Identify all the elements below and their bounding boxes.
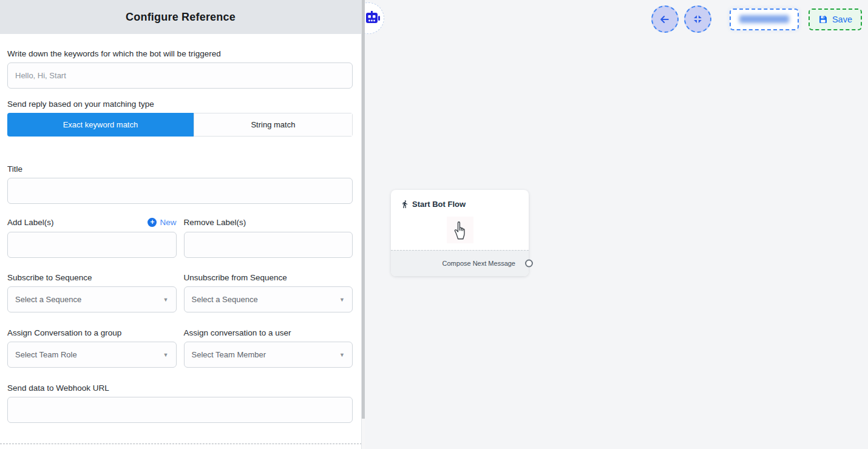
remove-labels-label: Remove Label(s) (184, 218, 246, 227)
spacer (7, 89, 353, 100)
node-body: Start Bot Flow (391, 190, 529, 250)
left-arrow-icon (659, 13, 671, 25)
assign-group-select[interactable]: Select Team Role ▼ (7, 342, 177, 368)
spacer (7, 368, 353, 383)
chevron-down-icon: ▼ (163, 352, 169, 358)
hand-cursor-icon (447, 217, 473, 243)
panel-body: Write down the keywords for which the bo… (0, 34, 361, 423)
configure-reference-panel: Configure Reference Write down the keywo… (0, 0, 361, 449)
matching-type-label: Send reply based on your matching type (7, 100, 353, 109)
compose-next-message-label[interactable]: Compose Next Message (442, 260, 515, 267)
redacted-button[interactable] (730, 8, 799, 30)
spacer (7, 258, 353, 273)
tab-exact-keyword-match[interactable]: Exact keyword match (7, 113, 194, 137)
new-label-button[interactable]: + New (147, 218, 176, 227)
title-input[interactable] (7, 178, 353, 204)
unsubscribe-sequence-value: Select a Sequence (192, 295, 258, 304)
flow-canvas[interactable]: Save Start Bot Flow Comp (365, 0, 868, 449)
remove-labels-input[interactable] (184, 232, 353, 258)
blurred-text (739, 15, 789, 23)
assign-user-label: Assign conversation to a user (184, 328, 353, 337)
chevron-down-icon: ▼ (339, 297, 345, 303)
page-title: Configure Reference (126, 11, 236, 24)
panel-header: Configure Reference (0, 0, 361, 34)
sequence-row: Subscribe to Sequence Select a Sequence … (7, 273, 353, 312)
assign-user-value: Select Team Member (192, 350, 266, 359)
bot-badge[interactable] (365, 2, 384, 34)
assign-user-select[interactable]: Select Team Member ▼ (184, 342, 353, 368)
start-bot-flow-node[interactable]: Start Bot Flow Compose Next Message (391, 190, 529, 276)
remove-labels-column: Remove Label(s) (184, 217, 353, 258)
fit-view-button[interactable] (684, 5, 711, 33)
webhook-label: Send data to Webhook URL (7, 383, 353, 393)
walking-person-icon (401, 200, 409, 209)
node-footer: Compose Next Message (391, 250, 529, 276)
robot-icon (366, 11, 381, 27)
connection-port[interactable] (525, 260, 533, 268)
spacer (7, 312, 353, 328)
new-label-text: New (160, 218, 176, 227)
subscribe-sequence-select[interactable]: Select a Sequence ▼ (7, 286, 177, 312)
panel-bottom-divider (0, 444, 365, 444)
plus-icon: + (147, 218, 157, 227)
add-labels-column: Add Label(s) + New (7, 217, 177, 258)
unsubscribe-sequence-label: Unsubscribe from Sequence (184, 273, 353, 282)
bot-flow-builder: Configure Reference Write down the keywo… (0, 0, 868, 449)
floppy-disk-icon (818, 15, 828, 24)
save-button[interactable]: Save (809, 8, 862, 30)
chevron-down-icon: ▼ (163, 297, 169, 303)
subscribe-sequence-label: Subscribe to Sequence (7, 273, 177, 282)
assign-group-value: Select Team Role (15, 350, 77, 359)
chevron-down-icon: ▼ (339, 352, 345, 358)
add-labels-label: Add Label(s) (7, 218, 54, 227)
tab-string-match[interactable]: String match (194, 113, 353, 137)
add-labels-input[interactable] (7, 232, 177, 258)
subscribe-sequence-value: Select a Sequence (15, 295, 81, 304)
assignment-row: Assign Conversation to a group Select Te… (7, 328, 353, 368)
unsubscribe-sequence-select[interactable]: Select a Sequence ▼ (184, 286, 353, 312)
matching-type-tabs: Exact keyword match String match (7, 113, 353, 137)
node-title-text: Start Bot Flow (412, 200, 466, 209)
title-label: Title (7, 164, 353, 174)
assign-group-label: Assign Conversation to a group (7, 328, 177, 337)
webhook-input[interactable] (7, 397, 353, 423)
compress-arrows-icon (693, 14, 703, 24)
canvas-toolbar: Save (646, 5, 862, 33)
keywords-label: Write down the keywords for which the bo… (7, 49, 353, 58)
keywords-input[interactable] (7, 62, 353, 89)
labels-row: Add Label(s) + New Remove Label(s) (7, 217, 353, 258)
node-title: Start Bot Flow (391, 190, 529, 209)
spacer (7, 204, 353, 217)
back-button[interactable] (651, 5, 679, 33)
save-button-label: Save (832, 15, 852, 24)
